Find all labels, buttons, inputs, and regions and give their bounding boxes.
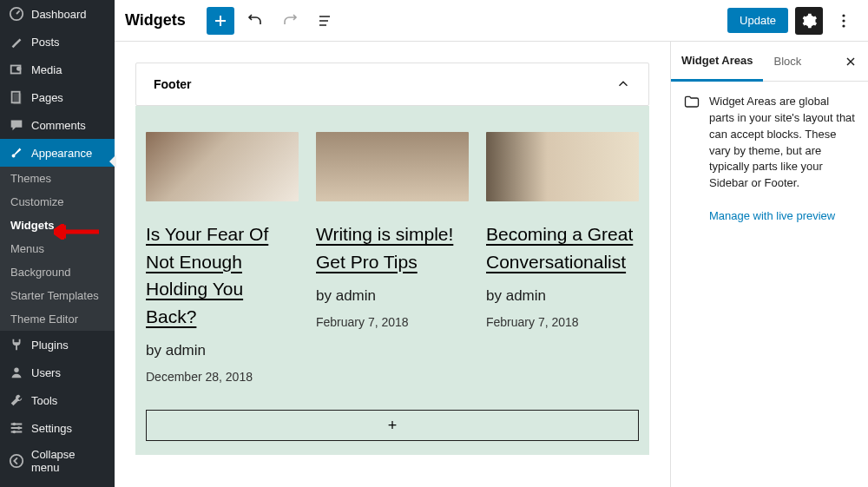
post-author: by admin	[486, 287, 639, 305]
submenu-themes[interactable]: Themes	[0, 167, 115, 190]
settings-button[interactable]	[795, 7, 823, 35]
wrench-icon	[9, 392, 24, 408]
page-title: Widgets	[125, 11, 186, 30]
sidebar-label: Media	[31, 63, 62, 76]
plug-icon	[9, 337, 24, 352]
submenu-theme-editor[interactable]: Theme Editor	[0, 307, 115, 331]
kebab-icon	[835, 12, 852, 30]
sidebar-item-settings[interactable]: Settings	[0, 414, 115, 442]
brush-icon	[9, 145, 24, 161]
post-thumbnail	[316, 132, 469, 201]
svg-point-12	[842, 24, 845, 27]
svg-rect-4	[13, 94, 21, 105]
editor-canvas: Footer Is Your Fear Of Not Enough Holdin…	[115, 42, 670, 487]
widget-area-footer: Is Your Fear Of Not Enough Holding You B…	[135, 106, 649, 455]
post-date: February 7, 2018	[316, 315, 469, 329]
svg-point-11	[842, 19, 845, 22]
svg-point-9	[10, 455, 23, 467]
sidebar-item-pages[interactable]: Pages	[0, 83, 115, 111]
redo-icon	[281, 12, 299, 30]
admin-sidebar: Dashboard Posts Media Pages Comments App…	[0, 0, 115, 487]
sliders-icon	[9, 420, 24, 436]
sidebar-label: Dashboard	[31, 8, 87, 21]
sidebar-label: Pages	[31, 91, 63, 104]
add-block-button[interactable]	[207, 7, 234, 35]
tab-widget-areas[interactable]: Widget Areas	[671, 42, 763, 82]
media-icon	[9, 62, 24, 77]
collapse-icon	[9, 453, 24, 469]
post-title[interactable]: Is Your Fear Of Not Enough Holding You B…	[146, 220, 299, 330]
comments-icon	[9, 117, 24, 133]
close-inspector-button[interactable]	[833, 55, 868, 69]
widget-areas-description: Widget Areas are global parts in your si…	[709, 94, 856, 192]
list-view-icon	[316, 12, 333, 30]
redo-button[interactable]	[276, 7, 304, 35]
sidebar-item-tools[interactable]: Tools	[0, 386, 115, 414]
sidebar-label: Comments	[31, 119, 86, 132]
submenu-starter-templates[interactable]: Starter Templates	[0, 284, 115, 307]
appearance-submenu: Themes Customize Widgets Menus Backgroun…	[0, 167, 115, 331]
widget-area-panel-header[interactable]: Footer	[135, 63, 649, 106]
post-thumbnail	[486, 132, 639, 201]
dashboard-icon	[9, 6, 24, 22]
chevron-up-icon	[615, 76, 631, 92]
submenu-menus[interactable]: Menus	[0, 237, 115, 260]
more-options-button[interactable]	[830, 7, 858, 35]
post-date: December 28, 2018	[146, 370, 299, 384]
sidebar-item-plugins[interactable]: Plugins	[0, 331, 115, 359]
post-author: by admin	[316, 287, 469, 305]
append-block-button[interactable]: +	[146, 410, 639, 441]
sidebar-label: Users	[31, 366, 61, 379]
manage-live-preview-link[interactable]: Manage with live preview	[671, 204, 868, 234]
post-title[interactable]: Writing is simple! Get Pro Tips	[316, 220, 469, 275]
tab-block[interactable]: Block	[763, 43, 812, 80]
close-icon	[844, 55, 858, 69]
post-date: February 7, 2018	[486, 315, 639, 329]
post-author: by admin	[146, 342, 299, 359]
sidebar-item-dashboard[interactable]: Dashboard	[0, 0, 115, 28]
sidebar-item-media[interactable]: Media	[0, 56, 115, 83]
sidebar-label: Plugins	[31, 339, 69, 352]
sidebar-label: Collapse menu	[31, 448, 106, 474]
update-button[interactable]: Update	[727, 8, 788, 33]
submenu-widgets[interactable]: Widgets	[0, 214, 115, 237]
list-view-button[interactable]	[311, 7, 339, 35]
sidebar-label: Posts	[31, 36, 60, 49]
sidebar-item-posts[interactable]: Posts	[0, 28, 115, 56]
post-thumbnail	[146, 132, 299, 201]
sidebar-label: Appearance	[31, 147, 92, 160]
inspector-panel: Widget Areas Block Widget Areas are glob…	[670, 42, 868, 487]
sidebar-label: Settings	[31, 422, 72, 435]
svg-point-10	[842, 14, 845, 16]
editor-topbar: Widgets Update	[115, 0, 868, 42]
post-card[interactable]: Becoming a Great Conversationalist by ad…	[486, 132, 639, 384]
svg-point-2	[16, 66, 21, 70]
pin-icon	[9, 34, 24, 49]
panel-title: Footer	[154, 77, 192, 91]
plus-icon	[212, 12, 229, 30]
active-menu-indicator	[109, 155, 116, 168]
svg-point-6	[13, 423, 16, 426]
sidebar-label: Tools	[31, 394, 57, 407]
folder-icon	[683, 94, 700, 111]
post-card[interactable]: Is Your Fear Of Not Enough Holding You B…	[146, 132, 299, 384]
post-title[interactable]: Becoming a Great Conversationalist	[486, 220, 639, 275]
submenu-background[interactable]: Background	[0, 260, 115, 284]
user-icon	[9, 365, 24, 380]
pages-icon	[9, 89, 24, 105]
sidebar-item-appearance[interactable]: Appearance	[0, 139, 115, 167]
svg-point-8	[13, 431, 16, 434]
svg-point-7	[17, 426, 21, 430]
sidebar-item-comments[interactable]: Comments	[0, 111, 115, 139]
undo-icon	[247, 12, 264, 30]
post-card[interactable]: Writing is simple! Get Pro Tips by admin…	[316, 132, 469, 384]
main-area: Widgets Update Footer	[115, 0, 868, 487]
undo-button[interactable]	[241, 7, 269, 35]
sidebar-item-users[interactable]: Users	[0, 359, 115, 386]
plus-icon: +	[388, 417, 398, 435]
gear-icon	[800, 12, 818, 30]
sidebar-item-collapse[interactable]: Collapse menu	[0, 442, 115, 480]
inspector-tabs: Widget Areas Block	[671, 42, 868, 82]
submenu-customize[interactable]: Customize	[0, 190, 115, 214]
svg-point-5	[14, 368, 18, 372]
